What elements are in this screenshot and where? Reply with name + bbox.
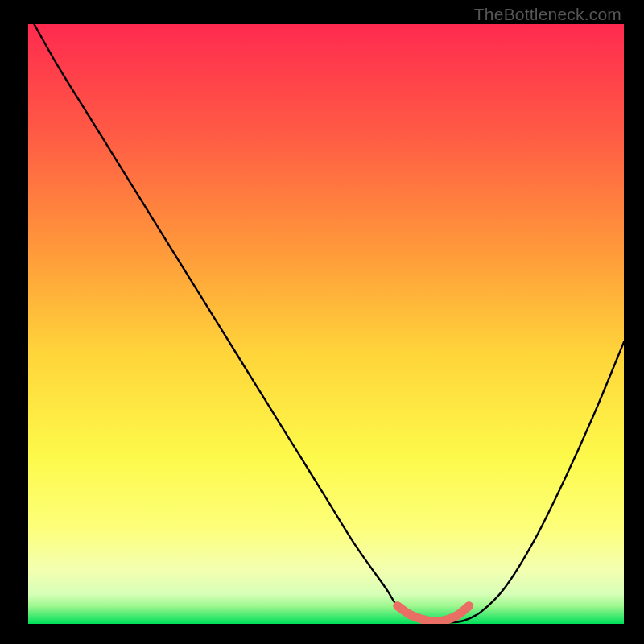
chart-frame bbox=[28, 24, 624, 624]
bottleneck-chart bbox=[28, 24, 624, 624]
gradient-background bbox=[28, 24, 624, 624]
watermark-text: TheBottleneck.com bbox=[474, 5, 621, 24]
